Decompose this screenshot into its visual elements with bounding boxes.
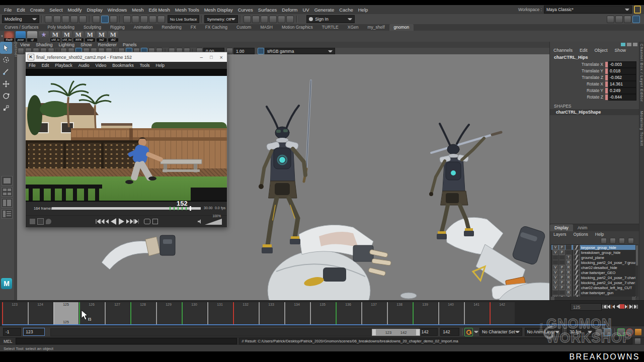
shelf-button[interactable]: M db2 — [108, 31, 118, 41]
step-back-button[interactable] — [105, 218, 109, 225]
layer-color-swatch[interactable] — [573, 290, 580, 295]
snap-plane-icon[interactable] — [149, 16, 156, 23]
playback-start-field[interactable]: 123 — [23, 328, 44, 336]
layer-playback-toggle[interactable]: P — [559, 245, 565, 250]
character-controls-icon[interactable] — [615, 16, 623, 23]
layer-display-type-toggle[interactable]: R — [566, 265, 572, 270]
undo-icon[interactable] — [70, 16, 78, 23]
light-editor-icon[interactable] — [269, 16, 277, 23]
next-bookmark-button[interactable] — [130, 218, 134, 225]
channel-attribute-row[interactable]: Translate Y 0.018 — [550, 68, 636, 74]
rotate-tool[interactable] — [0, 90, 12, 102]
new-layer-icon[interactable] — [628, 238, 634, 244]
shelf-button[interactable]: M snap — [85, 31, 95, 41]
menu-item[interactable]: Mesh Tools — [173, 7, 202, 13]
attribute-name[interactable]: Translate X — [550, 62, 605, 67]
anim-layer-dropdown[interactable]: No Anim Layer — [525, 328, 562, 336]
range-slider-bar[interactable]: 123 142 — [372, 329, 420, 336]
menu-item[interactable]: Edit Mesh — [146, 7, 173, 13]
layer-playback-toggle[interactable]: P — [559, 285, 565, 290]
shelf-tab[interactable]: XGen — [343, 24, 363, 31]
player-menu-item[interactable]: Video — [93, 63, 110, 68]
snap-curve-icon[interactable] — [132, 16, 139, 23]
save-scene-icon[interactable] — [62, 16, 69, 23]
layer-name[interactable]: keypose_group_hide — [581, 245, 616, 250]
menu-item[interactable]: Generate — [312, 7, 337, 13]
menu-item[interactable]: Curves — [235, 7, 256, 13]
shelf-tab[interactable]: FX Caching — [201, 24, 232, 31]
range-handle-left[interactable] — [372, 329, 376, 335]
layer-visibility-toggle[interactable] — [552, 290, 558, 295]
viewport-menu-item[interactable]: Shading — [33, 42, 55, 47]
layer-display-type-toggle[interactable]: R — [566, 285, 572, 290]
layer-name[interactable]: blocking_part2_04_pose_7:ground_plane — [581, 260, 636, 265]
player-titlebar[interactable]: K final_reference_shot02_cam2.mp4 - Fram… — [26, 52, 227, 62]
mute-audio-icon[interactable] — [617, 328, 625, 336]
layer-visibility-toggle[interactable]: V — [552, 265, 558, 270]
timeline-frame-cell[interactable]: 128 128 — [130, 302, 156, 324]
pin-icon[interactable] — [621, 43, 625, 46]
attribute-value[interactable]: -0.062 — [608, 74, 636, 81]
layer-display-type-toggle[interactable] — [566, 250, 572, 255]
single-view-layout-button[interactable] — [2, 176, 13, 186]
view-transform-dropdown[interactable]: sRGB gamma — [265, 48, 335, 54]
move-layer-up-icon[interactable] — [601, 238, 607, 244]
character-set-dropdown[interactable]: No Character Set — [479, 328, 522, 336]
auto-key-button[interactable] — [464, 328, 473, 336]
viewport-menu-item[interactable]: Show — [77, 42, 95, 47]
empty-layer-icon[interactable] — [619, 238, 625, 244]
lock-icon[interactable] — [634, 6, 641, 14]
menu-item[interactable]: Mesh — [129, 7, 146, 13]
play-backwards-button[interactable] — [615, 303, 620, 310]
annotation-button[interactable] — [46, 219, 51, 224]
shelf-tab[interactable]: FX — [186, 24, 201, 31]
menu-item[interactable]: File — [2, 7, 14, 13]
layer-row[interactable]: V P R char02:desaibot_hide — [551, 265, 636, 270]
menu-item[interactable]: Mesh Display — [202, 7, 235, 13]
close-button[interactable]: × — [216, 54, 227, 60]
channel-attribute-row[interactable]: Rotate Y 0.249 — [550, 87, 636, 94]
step-forward-frame-button[interactable] — [629, 303, 633, 310]
timeline-frame-cell[interactable]: 139 139 — [413, 302, 438, 324]
layer-color-swatch[interactable] — [573, 245, 580, 250]
layer-visibility-toggle[interactable]: V — [552, 285, 558, 290]
layer-editor-tab[interactable]: Anim — [573, 224, 592, 231]
layer-display-type-toggle[interactable]: R — [566, 275, 572, 280]
step-forward-key-button[interactable] — [624, 303, 629, 310]
layer-name[interactable]: breakdown_group_hide — [581, 250, 620, 255]
play-backwards-button[interactable] — [109, 218, 117, 225]
stop-view-button[interactable] — [30, 219, 35, 224]
attribute-name[interactable]: Rotate Y — [550, 88, 605, 93]
timeline-frame-cell[interactable]: 124 124 — [28, 302, 53, 324]
shelf-button[interactable]: M pose — [16, 31, 26, 41]
viewport-menu-item[interactable]: Lighting — [55, 42, 77, 47]
animation-end-field[interactable]: 142 — [440, 328, 459, 336]
layer-editor-menu-item[interactable]: Options — [570, 232, 592, 237]
menu-item[interactable]: Display — [85, 7, 105, 13]
animation-start-field[interactable]: -1 — [3, 328, 21, 336]
attribute-name[interactable]: Translate Y — [550, 68, 605, 73]
character-controls-icon[interactable] — [634, 328, 642, 336]
layer-playback-toggle[interactable] — [559, 260, 565, 265]
shelf-tab[interactable]: gnomon — [389, 24, 414, 31]
layer-visibility-toggle[interactable]: V — [552, 280, 558, 285]
shelf-button[interactable]: M IKFK — [73, 31, 84, 41]
playback-loop-icon[interactable] — [595, 328, 603, 336]
shelf-button[interactable]: M Rad9 — [4, 31, 14, 41]
four-view-layout-button[interactable] — [2, 187, 13, 197]
modeling-toolkit-side-tab[interactable]: Modeling Toolkit — [639, 111, 644, 146]
color-management-icon[interactable] — [258, 48, 264, 54]
layer-name[interactable]: char02:desaibot_hide — [581, 265, 617, 270]
layer-playback-toggle[interactable] — [559, 290, 565, 295]
viewport-menu-item[interactable]: View — [17, 42, 33, 47]
timeline-frame-cell[interactable]: 132 132 — [233, 302, 259, 324]
layer-row[interactable]: V P R char02:desaibot_left_leg_CUT — [551, 285, 636, 290]
layer-row[interactable]: V P R char:batsniper_GEO — [551, 270, 636, 275]
timeline-frame-cell[interactable]: 125 125 — [53, 302, 79, 324]
fps-dropdown[interactable]: 30 fps — [567, 328, 595, 336]
player-menu-item[interactable]: Tools — [137, 63, 153, 68]
select-camera-icon[interactable] — [18, 48, 24, 54]
snap-grid-icon[interactable] — [123, 16, 131, 23]
layer-playback-toggle[interactable] — [559, 255, 565, 260]
menu-set-dropdown[interactable]: Modeling — [2, 15, 39, 23]
